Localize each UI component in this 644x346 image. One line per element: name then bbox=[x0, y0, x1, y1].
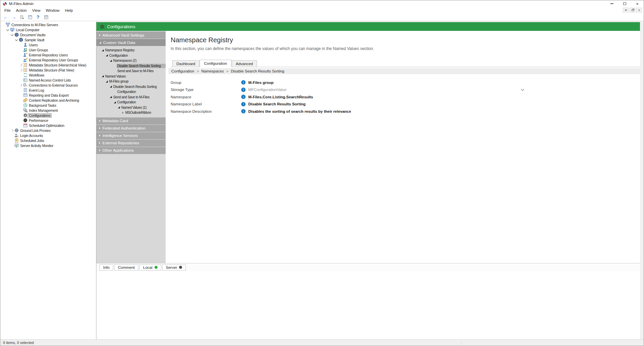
minimize-button[interactable] bbox=[605, 0, 618, 7]
tree-chevron-collapsed-icon[interactable] bbox=[18, 84, 23, 86]
info-icon[interactable]: i bbox=[241, 95, 246, 99]
breadcrumb-item-configuration[interactable]: Configuration bbox=[171, 69, 194, 73]
field-value[interactable]: Disables the sorting of search results b… bbox=[248, 109, 351, 113]
tree-item-metadata-structure-flat-view[interactable]: Metadata Structure (Flat View) bbox=[0, 67, 96, 72]
forward-button[interactable]: → bbox=[10, 14, 17, 20]
tree-item-document-vaults[interactable]: Document Vaults bbox=[0, 32, 96, 37]
section-external-repositories[interactable]: External Repositories bbox=[96, 140, 166, 147]
dropdown-chevron-icon[interactable] bbox=[521, 89, 524, 90]
tab-configuration[interactable]: Configuration bbox=[200, 60, 231, 67]
help-icon: ? bbox=[36, 15, 40, 19]
config-node-msoutlookribbon[interactable]: MSOutlookRibbon bbox=[96, 110, 166, 115]
menu-view[interactable]: View bbox=[30, 8, 43, 13]
maximize-button[interactable] bbox=[618, 0, 631, 7]
show-console-tree-button[interactable] bbox=[26, 14, 34, 20]
breadcrumb-item-disable-search-results-sorting[interactable]: Disable Search Results Sorting bbox=[231, 69, 284, 73]
tree-chevron-collapsed-icon[interactable] bbox=[18, 69, 23, 71]
mdi-close-button[interactable]: × bbox=[636, 8, 642, 12]
tree-item-connections-to-external-sources[interactable]: Connections to External Sources bbox=[0, 83, 96, 88]
breadcrumb: Configuration>Namespaces>Disable Search … bbox=[168, 68, 640, 74]
export-list-button[interactable] bbox=[18, 14, 26, 20]
tree-item-external-repository-user-groups[interactable]: External Repository User Groups bbox=[0, 57, 96, 62]
config-node-disable-search-results-sorting[interactable]: Disable Search Results Sorting bbox=[96, 84, 166, 90]
tree-item-ground-link-proxies[interactable]: Ground Link Proxies bbox=[0, 128, 96, 133]
config-node-named-values[interactable]: Named Values bbox=[96, 74, 166, 79]
mdi-minimize-button[interactable] bbox=[623, 8, 629, 12]
tree-item-reporting-and-data-export[interactable]: Reporting and Data Export bbox=[0, 93, 96, 98]
tree-chevron-expanded-icon[interactable] bbox=[5, 29, 10, 31]
tree-item-login-accounts[interactable]: Login Accounts bbox=[0, 133, 96, 138]
tree-chevron-collapsed-icon[interactable] bbox=[10, 130, 14, 132]
section-federated-authentication[interactable]: Federated Authentication bbox=[96, 125, 166, 132]
info-icon[interactable]: i bbox=[241, 102, 246, 106]
tree-item-connections-to-m-files-servers[interactable]: Connections to M-Files Servers bbox=[0, 22, 96, 27]
tree-item-label: Scheduled Optimization bbox=[28, 123, 65, 128]
tree-item-workflows[interactable]: Workflows bbox=[0, 72, 96, 78]
config-node-named-values-1[interactable]: Named Values (1) bbox=[96, 105, 166, 110]
tree-item-user-groups[interactable]: User Groups bbox=[0, 47, 96, 52]
footer-tab-comment[interactable]: Comment bbox=[114, 264, 138, 270]
tree-item-performance[interactable]: Performance bbox=[0, 118, 96, 123]
field-value[interactable]: MFConfigurationValue bbox=[248, 88, 287, 92]
field-value[interactable]: M-Files.Core.Listing.SearchResults bbox=[248, 95, 313, 99]
info-icon[interactable]: i bbox=[241, 88, 246, 92]
field-value[interactable]: M-Files group bbox=[248, 81, 273, 85]
server-tree-panel: Connections to M-Files ServersLocal Comp… bbox=[0, 21, 96, 339]
ground-link-icon bbox=[14, 128, 19, 133]
tree-item-scheduled-optimization[interactable]: Scheduled Optimization bbox=[0, 123, 96, 128]
menu-file[interactable]: File bbox=[2, 8, 13, 13]
breadcrumb-item-namespaces[interactable]: Namespaces bbox=[201, 69, 224, 73]
tree-item-local-computer[interactable]: Local Computer bbox=[0, 27, 96, 32]
configuration-nav-panel: Advanced Vault SettingsCustom Vault Data… bbox=[96, 31, 166, 263]
field-value[interactable]: Disable Search Results Sorting bbox=[248, 102, 306, 106]
config-node-send-and-save-to-m-files[interactable]: Send and Save to M-Files bbox=[96, 95, 166, 100]
tree-item-scheduled-jobs[interactable]: Scheduled Jobs bbox=[0, 138, 96, 143]
config-node-send-and-save-to-m-files[interactable]: Send and Save to M-Files bbox=[96, 68, 166, 74]
section-other-applications[interactable]: Other Applications bbox=[96, 147, 166, 154]
tree-item-event-log[interactable]: Event Log bbox=[0, 88, 96, 93]
help-button[interactable]: ? bbox=[34, 14, 42, 20]
config-node-m-files-group[interactable]: M-Files group bbox=[96, 79, 166, 84]
menu-help[interactable]: Help bbox=[62, 8, 76, 13]
section-label: Custom Vault Data bbox=[103, 41, 135, 45]
tree-item-named-access-control-lists[interactable]: Named Access Control Lists bbox=[0, 78, 96, 83]
titlebar[interactable]: M-Files Admin × bbox=[0, 0, 644, 7]
tree-chevron-expanded-icon[interactable] bbox=[10, 34, 14, 36]
menu-action[interactable]: Action bbox=[13, 8, 30, 13]
tree-item-content-replication-and-archiving[interactable]: Content Replication and Archiving bbox=[0, 98, 96, 103]
tree-chevron-expanded-icon[interactable] bbox=[14, 39, 18, 41]
config-node-configuration[interactable]: Configuration bbox=[96, 89, 166, 95]
config-node-disable-search-results-sorting[interactable]: Disable Search Results Sorting bbox=[96, 63, 166, 69]
tree-item-external-repository-users[interactable]: External Repository Users bbox=[0, 52, 96, 57]
tree-item-sample-vault[interactable]: Sample Vault bbox=[0, 37, 96, 42]
config-node-configuration[interactable]: Configuration bbox=[96, 53, 166, 58]
footer-tab-info[interactable]: Info bbox=[99, 264, 113, 270]
footer-tab-local[interactable]: Local bbox=[139, 264, 161, 270]
back-button[interactable]: ← bbox=[2, 14, 9, 20]
tree-item-metadata-structure-hierarchical-view[interactable]: Metadata Structure (Hierarchical View) bbox=[0, 62, 96, 67]
tree-item-index-management[interactable]: Index Management bbox=[0, 108, 96, 113]
tree-chevron-collapsed-icon[interactable] bbox=[18, 64, 23, 66]
mdi-restore-button[interactable] bbox=[630, 8, 635, 12]
section-intelligence-services[interactable]: Intelligence Services bbox=[96, 132, 166, 139]
info-icon[interactable]: i bbox=[241, 80, 246, 85]
config-node-namespaces-2[interactable]: Namespaces (2) bbox=[96, 58, 166, 63]
close-button[interactable]: × bbox=[631, 0, 644, 7]
tab-dashboard[interactable]: Dashboard bbox=[172, 60, 199, 67]
tree-item-background-tasks[interactable]: Background Tasks bbox=[0, 103, 96, 108]
section-metadata-card[interactable]: Metadata Card bbox=[96, 117, 166, 125]
vault-icon bbox=[18, 38, 24, 42]
tab-advanced[interactable]: Advanced bbox=[232, 60, 257, 67]
config-node-configuration[interactable]: Configuration bbox=[96, 100, 166, 105]
mdi-window-controls: × bbox=[623, 8, 642, 12]
menu-window[interactable]: Window bbox=[43, 8, 62, 13]
tree-item-server-activity-monitor[interactable]: Server Activity Monitor bbox=[0, 143, 96, 148]
info-icon[interactable]: i bbox=[241, 109, 246, 113]
config-node-namespace-registry[interactable]: Namespace Registry bbox=[96, 48, 166, 53]
properties-window-button[interactable] bbox=[42, 14, 50, 20]
footer-tab-server[interactable]: Server bbox=[162, 264, 186, 270]
section-custom-vault-data[interactable]: Custom Vault Data bbox=[96, 39, 166, 46]
tree-item-users[interactable]: Users bbox=[0, 42, 96, 47]
tree-item-configurations[interactable]: Configurations bbox=[0, 113, 96, 118]
section-advanced-vault-settings[interactable]: Advanced Vault Settings bbox=[96, 32, 166, 39]
